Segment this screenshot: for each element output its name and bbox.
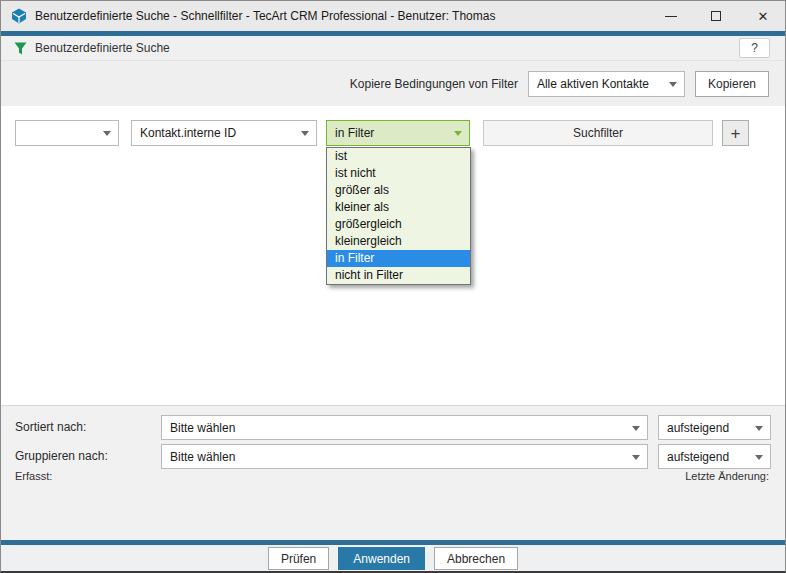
last-modified-label: Letzte Änderung: — [685, 470, 769, 482]
chevron-down-icon — [301, 131, 309, 136]
sort-by-label: Sortiert nach: — [15, 415, 155, 440]
copy-conditions-label: Kopiere Bedingungen von Filter — [350, 77, 518, 91]
copy-filter-value: Alle aktiven Kontakte — [537, 77, 649, 91]
field-select[interactable]: Kontakt.interne ID — [131, 120, 317, 146]
maximize-icon — [711, 11, 721, 21]
dialog-window: Benutzerdefinierte Suche - Schnellfilter… — [0, 0, 786, 573]
minimize-button[interactable] — [656, 1, 686, 31]
group-by-value: Bitte wählen — [170, 450, 235, 464]
dropdown-option[interactable]: kleiner als — [327, 199, 470, 216]
chevron-down-icon — [669, 82, 677, 87]
dropdown-option[interactable]: nicht in Filter — [327, 267, 470, 284]
chevron-down-icon — [454, 131, 462, 136]
logic-operator-select[interactable] — [15, 120, 119, 146]
field-select-value: Kontakt.interne ID — [140, 126, 236, 140]
chevron-down-icon — [103, 131, 111, 136]
page-title: Benutzerdefinierte Suche — [35, 36, 170, 61]
close-icon: ✕ — [758, 10, 769, 23]
chevron-down-icon — [755, 455, 763, 460]
window-title: Benutzerdefinierte Suche - Schnellfilter… — [35, 1, 495, 31]
sort-by-value: Bitte wählen — [170, 421, 235, 435]
check-button[interactable]: Prüfen — [268, 547, 329, 570]
dropdown-option[interactable]: in Filter — [327, 250, 470, 267]
search-filter-value-button[interactable]: Suchfilter — [483, 120, 713, 146]
copy-filter-select[interactable]: Alle aktiven Kontakte — [528, 71, 685, 97]
sort-group-section: Sortiert nach: Bitte wählen aufsteigend … — [1, 405, 785, 540]
sort-by-select[interactable]: Bitte wählen — [161, 415, 648, 440]
cancel-button[interactable]: Abbrechen — [434, 547, 518, 570]
dropdown-option[interactable]: größergleich — [327, 216, 470, 233]
sort-direction-value: aufsteigend — [667, 421, 729, 435]
group-direction-select[interactable]: aufsteigend — [658, 444, 771, 469]
group-direction-value: aufsteigend — [667, 450, 729, 464]
help-button[interactable]: ? — [739, 38, 770, 58]
copy-button[interactable]: Kopieren — [695, 71, 769, 97]
dropdown-option[interactable]: ist nicht — [327, 165, 470, 182]
add-condition-button[interactable]: + — [722, 120, 749, 146]
created-label: Erfasst: — [15, 470, 52, 482]
dropdown-option[interactable]: ist — [327, 148, 470, 165]
dropdown-option[interactable]: kleinergleich — [327, 233, 470, 250]
app-logo-icon — [11, 8, 27, 24]
chevron-down-icon — [755, 426, 763, 431]
filter-funnel-icon — [14, 42, 27, 55]
maximize-button[interactable] — [701, 1, 731, 31]
title-bar: Benutzerdefinierte Suche - Schnellfilter… — [1, 1, 785, 31]
operator-select[interactable]: in Filter — [326, 120, 470, 146]
sort-direction-select[interactable]: aufsteigend — [658, 415, 771, 440]
group-by-label: Gruppieren nach: — [15, 444, 155, 469]
dialog-header: Benutzerdefinierte Suche ? — [1, 36, 785, 61]
group-by-select[interactable]: Bitte wählen — [161, 444, 648, 469]
close-button[interactable]: ✕ — [748, 1, 778, 31]
apply-button[interactable]: Anwenden — [338, 547, 425, 570]
chevron-down-icon — [632, 426, 640, 431]
operator-dropdown-list: istist nichtgrößer alskleiner alsgrößerg… — [326, 147, 471, 285]
footer-button-bar: Prüfen Anwenden Abbrechen — [1, 545, 785, 572]
minimize-icon — [665, 16, 677, 17]
filter-conditions-area: Kontakt.interne ID in Filter Suchfilter … — [1, 106, 785, 405]
copy-conditions-bar: Kopiere Bedingungen von Filter Alle akti… — [1, 61, 785, 106]
operator-select-value: in Filter — [335, 126, 374, 140]
chevron-down-icon — [632, 455, 640, 460]
dropdown-option[interactable]: größer als — [327, 182, 470, 199]
